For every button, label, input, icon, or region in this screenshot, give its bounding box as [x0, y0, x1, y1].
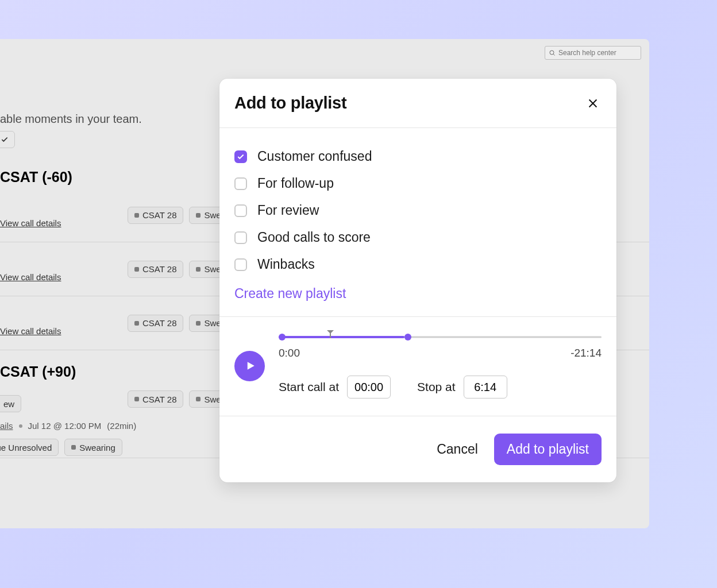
scrub-track[interactable] [279, 333, 602, 341]
playhead-marker[interactable] [327, 330, 334, 338]
tag-csat[interactable]: CSAT 28 [128, 261, 183, 278]
tag-csat[interactable]: CSAT 28 [128, 315, 183, 332]
add-to-playlist-button[interactable]: Add to playlist [494, 434, 602, 465]
cancel-button[interactable]: Cancel [437, 442, 478, 457]
view-call-link-cut[interactable]: ails [0, 421, 13, 431]
play-icon [245, 361, 256, 371]
search-icon [549, 49, 556, 56]
start-label: Start call at [279, 380, 339, 394]
svg-line-1 [553, 54, 554, 55]
bg-filter-pill[interactable] [0, 131, 15, 148]
current-time: 0:00 [279, 347, 300, 359]
play-button[interactable] [234, 351, 265, 381]
create-new-playlist-link[interactable]: Create new playlist [234, 286, 602, 301]
range-start-handle[interactable] [279, 334, 286, 341]
start-time-input[interactable] [347, 376, 391, 399]
playlist-list: Customer confusedFor follow-upFor review… [219, 128, 616, 316]
section-heading-neg: CSAT (-60) [0, 169, 72, 185]
checkbox[interactable] [234, 231, 247, 244]
playlist-label: For follow-up [257, 176, 334, 191]
meta-duration: (22min) [107, 421, 136, 431]
dot-separator [19, 424, 22, 428]
section-heading-pos: CSAT (+90) [0, 363, 76, 380]
checkbox[interactable] [234, 204, 247, 217]
checkbox[interactable] [234, 258, 247, 271]
playlist-option[interactable]: For review [234, 197, 602, 224]
playlist-option[interactable]: For follow-up [234, 170, 602, 197]
modal-title: Add to playlist [234, 94, 346, 113]
playlist-option[interactable]: Winbacks [234, 251, 602, 278]
check-icon [237, 153, 245, 161]
player-section: 0:00 -21:14 Start call at Stop at [219, 316, 616, 416]
playlist-label: Good calls to score [257, 230, 371, 245]
close-icon [587, 97, 599, 110]
playlist-label: For review [257, 203, 319, 218]
tag-csat[interactable]: CSAT 28 [128, 390, 183, 408]
tag-issue[interactable]: sue Unresolved [0, 439, 59, 456]
modal-footer: Cancel Add to playlist [219, 416, 616, 482]
svg-point-0 [550, 51, 554, 55]
close-button[interactable] [584, 95, 602, 112]
playlist-option[interactable]: Customer confused [234, 143, 602, 170]
view-call-link[interactable]: View call details [0, 272, 61, 282]
svg-marker-4 [248, 362, 255, 370]
view-call-link[interactable]: View call details [0, 326, 61, 336]
meta-time: Jul 12 @ 12:00 PM [28, 421, 102, 431]
search-input[interactable] [558, 49, 637, 57]
playlist-label: Customer confused [257, 149, 372, 164]
tag-swearing[interactable]: Swearing [64, 439, 122, 456]
playlist-option[interactable]: Good calls to score [234, 224, 602, 251]
stop-label: Stop at [417, 380, 456, 394]
svg-rect-6 [330, 333, 331, 338]
remaining-time: -21:14 [570, 347, 602, 359]
tag-new[interactable]: ew [0, 395, 21, 412]
checkbox[interactable] [234, 177, 247, 190]
add-to-playlist-modal: Add to playlist Customer confusedFor fol… [219, 79, 616, 482]
modal-header: Add to playlist [219, 79, 616, 128]
search-input-wrap[interactable] [545, 46, 641, 60]
view-call-link[interactable]: View call details [0, 218, 61, 228]
range-end-handle[interactable] [404, 334, 411, 341]
topbar [0, 39, 649, 67]
checkbox[interactable] [234, 150, 247, 163]
stop-time-input[interactable] [464, 376, 507, 399]
playlist-label: Winbacks [257, 257, 315, 272]
track-fill [279, 336, 404, 338]
tag-csat[interactable]: CSAT 28 [128, 207, 183, 224]
